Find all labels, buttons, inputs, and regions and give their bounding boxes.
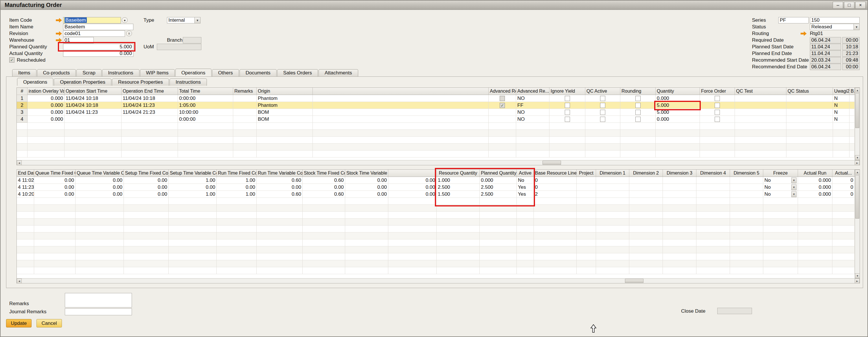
cell-active[interactable]: Yes [517,191,534,198]
series-number-field[interactable]: 150 [810,17,860,24]
cell-qc-active[interactable] [585,102,620,109]
planned-quantity-field[interactable]: 5.000 [63,44,133,50]
cell-stock-variable[interactable]: 0.00 [345,191,388,198]
cell-stock-fixed[interactable]: 0.00 [303,184,345,191]
cell-dimension-1[interactable] [596,191,629,198]
force-order-checkbox[interactable] [715,96,720,101]
tab-wip-items[interactable]: WIP Items [140,69,175,77]
revision-list-icon[interactable]: ≡ [126,31,132,36]
cell-qc-active[interactable] [585,95,620,102]
routing-link-arrow-icon[interactable] [800,31,807,36]
cell-freeze[interactable]: No▼ [763,177,798,184]
cell-run-fixed[interactable]: 0.00 [217,184,257,191]
tab-items[interactable]: Items [12,69,36,77]
cell-b[interactable] [849,109,855,116]
cell-qc-active[interactable] [585,109,620,116]
cell-qc-active[interactable] [585,116,620,123]
cell-qc-test[interactable] [735,116,786,123]
cell-setup-fixed[interactable]: 0.00 [124,184,169,191]
cell-run-variable[interactable]: 0.60 [257,191,303,198]
cell-base-resource-line[interactable]: 2 [534,191,577,198]
restore-button[interactable]: □ [844,2,855,9]
cell-actual-run[interactable]: 0.000 [798,191,832,198]
cell-actual-more[interactable]: 0 [832,191,855,198]
scroll-right-icon[interactable]: ► [855,160,860,165]
cell-project[interactable] [577,177,596,184]
row-number[interactable]: 2 [17,102,28,109]
ignore-yield-checkbox[interactable] [565,110,570,115]
resources-horizontal-scrollbar[interactable]: ◄ ► [17,278,860,283]
cell-dimension-5[interactable] [730,184,763,191]
cell-setup-variable[interactable]: 1.00 [169,177,217,184]
cell-actual-more[interactable]: 0 [832,177,855,184]
cell-active[interactable]: No [517,177,534,184]
cell-overlay-value[interactable]: 0.000 [28,95,64,102]
cell-queue-fixed[interactable]: 0.00 [34,184,75,191]
cell-planned-quantity[interactable]: 0.000 [480,177,517,184]
choose-from-list-icon[interactable]: ● [122,17,128,23]
cell-start-time[interactable]: 11/04/24 10:18 [64,102,122,109]
cell-end-time[interactable]: 11/04/24 11:23 [122,102,178,109]
force-order-checkbox[interactable] [715,110,720,115]
update-button[interactable]: Update [6,319,32,328]
warehouse-field[interactable]: 01 [63,37,94,44]
cell-force-order[interactable] [700,116,735,123]
cell-end-time[interactable]: 11/04/24 10:18 [122,95,178,102]
revision-field[interactable]: code01 [63,30,125,37]
revision-link-arrow-icon[interactable] [56,31,62,36]
cell-queue-variable[interactable]: 0.00 [75,184,124,191]
scrollbar-thumb[interactable] [625,279,644,283]
cell-dimension-4[interactable] [696,177,730,184]
cell-extra-cost[interactable]: 0.00 [388,191,437,198]
tab-documents[interactable]: Documents [240,69,277,77]
cell-run-variable[interactable]: 0.60 [257,177,303,184]
tab-sales-orders[interactable]: Sales Orders [277,69,318,77]
cell-queue-fixed[interactable]: 0.00 [34,191,75,198]
resources-vertical-scrollbar[interactable]: ▲ ▼ [855,170,860,278]
journal-remarks-input[interactable] [65,308,132,315]
cell-remarks[interactable] [233,95,257,102]
scrollbar-track[interactable] [22,279,855,283]
cell-total-time[interactable]: 10:00:00 [178,109,233,116]
routing-value[interactable]: Rtg01 [810,30,823,37]
cell-freeze[interactable]: No▼ [763,191,798,198]
cell-actual-more[interactable]: 0 [832,184,855,191]
cell-stock-fixed[interactable]: 0.60 [303,191,345,198]
cell-dimension-1[interactable] [596,184,629,191]
remarks-input[interactable] [65,293,132,307]
cell-rounding[interactable] [620,95,656,102]
subtab-instructions[interactable]: Instructions [169,79,207,86]
cell-advanced-re[interactable]: NO [516,95,550,102]
cell-overlay-value[interactable]: 0.000 [28,116,64,123]
cell-dimension-3[interactable] [663,184,696,191]
cell-qc-status[interactable] [786,109,833,116]
rounding-checkbox[interactable] [636,110,641,115]
cell-start-time[interactable]: 11/04/24 10:18 [64,95,122,102]
cell-overlay-value[interactable]: 0.000 [28,102,64,109]
cell-start-time[interactable] [64,116,122,123]
rounding-checkbox[interactable] [636,117,641,122]
cell-end-time[interactable] [122,116,178,123]
cell-dimension-4[interactable] [696,184,730,191]
cell-quantity[interactable]: 5.000 [656,109,700,116]
cell-dimension-2[interactable] [629,177,663,184]
cell-base-resource-line[interactable]: 0 [534,184,577,191]
cell-b[interactable] [849,95,855,102]
cancel-button[interactable]: Cancel [36,319,62,328]
ignore-yield-checkbox[interactable] [565,96,570,101]
cell-quantity[interactable]: 0.000 [656,95,700,102]
scrollbar-thumb[interactable] [855,93,859,128]
cell-stock-variable[interactable]: 0.00 [345,177,388,184]
force-order-checkbox[interactable] [715,103,720,108]
cell-origin[interactable]: Phantom [257,102,313,109]
scroll-down-icon[interactable]: ▼ [855,273,860,278]
cell-stock-fixed[interactable]: 0.60 [303,177,345,184]
item-name-field[interactable]: Baseitem [63,24,133,30]
cell-b[interactable] [849,116,855,123]
cell-setup-fixed[interactable]: 0.00 [124,191,169,198]
cell-b[interactable] [849,102,855,109]
cell-project[interactable] [577,184,596,191]
cell-queue-fixed[interactable]: 0.00 [34,177,75,184]
cell-origin[interactable]: BOM [257,109,313,116]
cell-uwagi2[interactable]: N [833,109,849,116]
